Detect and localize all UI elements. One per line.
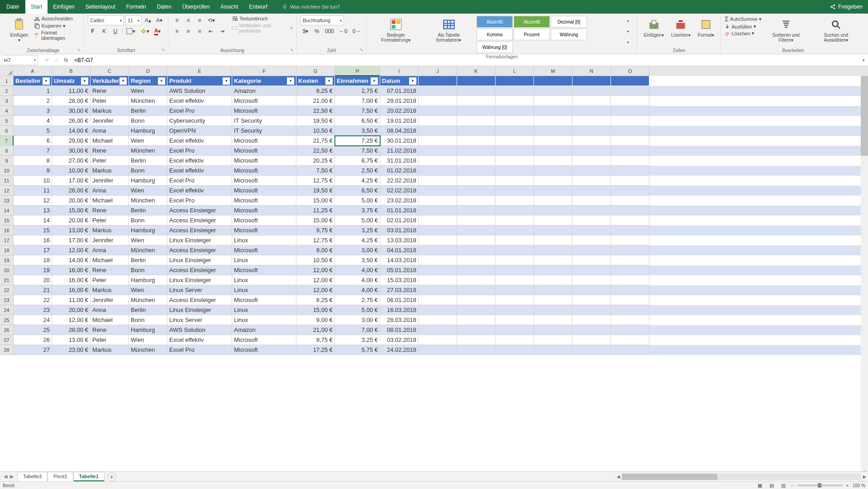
cell-E26[interactable]: AWS Solution: [167, 325, 232, 335]
column-header-N[interactable]: N: [572, 66, 611, 76]
cell-A10[interactable]: 9: [14, 166, 52, 176]
share-button[interactable]: Freigeben: [830, 4, 863, 10]
cell-O8[interactable]: [611, 146, 649, 156]
cell-M13[interactable]: [534, 196, 572, 206]
cell-H28[interactable]: 5,75 €: [335, 345, 380, 355]
cell-C21[interactable]: Peter: [91, 275, 129, 285]
cell-K27[interactable]: [457, 335, 496, 345]
cell-A13[interactable]: 12: [14, 196, 52, 206]
cell-L28[interactable]: [496, 345, 534, 355]
row-header-4[interactable]: 4: [0, 106, 14, 116]
cell-F16[interactable]: Microsoft: [232, 225, 296, 235]
cell-H26[interactable]: 7,00 €: [335, 325, 380, 335]
cell-H11[interactable]: 4,25 €: [335, 176, 380, 186]
bold-button[interactable]: F: [88, 26, 98, 36]
cell-E1[interactable]: Produkt▾: [167, 76, 232, 86]
cell-M5[interactable]: [534, 116, 572, 126]
cell-C10[interactable]: Markus: [91, 166, 129, 176]
cell-G3[interactable]: 21,00 €: [296, 96, 335, 106]
cell-J14[interactable]: [419, 206, 457, 216]
column-header-A[interactable]: A: [14, 66, 52, 76]
cell-K18[interactable]: [457, 245, 496, 255]
cell-D12[interactable]: Wien: [129, 186, 167, 196]
spreadsheet-grid[interactable]: ABCDEFGHIJKLMNO 123456789101112131415161…: [0, 66, 868, 475]
cell-H5[interactable]: 6,50 €: [335, 116, 380, 126]
cell-H21[interactable]: 4,00 €: [335, 275, 380, 285]
cell-N10[interactable]: [572, 166, 611, 176]
horizontal-scrollbar[interactable]: ◀ ▶: [615, 474, 868, 480]
alignment-dialog-launcher[interactable]: ⤡: [290, 48, 296, 53]
cell-C25[interactable]: Michael: [91, 315, 129, 325]
cell-H24[interactable]: 5,00 €: [335, 305, 380, 315]
sheet-tab-pivot1[interactable]: Pivot1: [48, 472, 73, 482]
cell-E14[interactable]: Access Einsteiger: [167, 206, 232, 216]
cell-B10[interactable]: 10,00 €: [52, 166, 91, 176]
cell-F15[interactable]: Microsoft: [232, 216, 296, 225]
row-header-24[interactable]: 24: [0, 305, 14, 315]
cell-L2[interactable]: [496, 86, 534, 96]
cell-J8[interactable]: [419, 146, 457, 156]
row-header-19[interactable]: 19: [0, 255, 14, 265]
cell-M26[interactable]: [534, 325, 572, 335]
cell-L26[interactable]: [496, 325, 534, 335]
column-header-B[interactable]: B: [52, 66, 91, 76]
cell-K23[interactable]: [457, 295, 496, 305]
ribbon-tab-ansicht[interactable]: Ansicht: [215, 0, 243, 14]
filter-button-verkäufer[interactable]: ▾: [119, 77, 127, 85]
cell-M28[interactable]: [534, 345, 572, 355]
cell-M16[interactable]: [534, 225, 572, 235]
cell-D5[interactable]: Bonn: [129, 116, 167, 126]
cell-A18[interactable]: 17: [14, 245, 52, 255]
cell-B3[interactable]: 28,00 €: [52, 96, 91, 106]
cell-K7[interactable]: [457, 136, 496, 146]
cell-C5[interactable]: Jennifer: [91, 116, 129, 126]
cell-C22[interactable]: Markus: [91, 285, 129, 295]
cell-K16[interactable]: [457, 225, 496, 235]
cell-D21[interactable]: Hamburg: [129, 275, 167, 285]
cell-F14[interactable]: Microsoft: [232, 206, 296, 216]
cell-O4[interactable]: [611, 106, 649, 116]
cell-C2[interactable]: Rene: [91, 86, 129, 96]
column-header-K[interactable]: K: [457, 66, 496, 76]
cell-I3[interactable]: 29.01.2018: [380, 96, 419, 106]
row-header-3[interactable]: 3: [0, 96, 14, 106]
row-header-18[interactable]: 18: [0, 245, 14, 255]
row-header-25[interactable]: 25: [0, 315, 14, 325]
cell-N12[interactable]: [572, 186, 611, 196]
cell-K28[interactable]: [457, 345, 496, 355]
accept-formula-button[interactable]: ✓: [52, 56, 61, 65]
cell-F23[interactable]: Microsoft: [232, 295, 296, 305]
cell-E8[interactable]: Excel Pro: [167, 146, 232, 156]
row-header-15[interactable]: 15: [0, 216, 14, 225]
cell-A23[interactable]: 22: [14, 295, 52, 305]
wrap-text-button[interactable]: Textumbruch: [232, 15, 293, 22]
cell-E19[interactable]: Linux Einsteiger: [167, 255, 232, 265]
cell-J20[interactable]: [419, 265, 457, 275]
cell-K25[interactable]: [457, 315, 496, 325]
cell-K13[interactable]: [457, 196, 496, 206]
cell-H12[interactable]: 6,50 €: [335, 186, 380, 196]
cell-M11[interactable]: [534, 176, 572, 186]
orientation-button[interactable]: ⟲▾: [206, 15, 217, 25]
cell-L13[interactable]: [496, 196, 534, 206]
cell-N14[interactable]: [572, 206, 611, 216]
ribbon-tab-daten[interactable]: Daten: [152, 0, 177, 14]
cell-I6[interactable]: 08.04.2018: [380, 126, 419, 136]
cell-F21[interactable]: Linux: [232, 275, 296, 285]
cell-A8[interactable]: 7: [14, 146, 52, 156]
filter-button-bestellnr[interactable]: ▾: [43, 77, 50, 85]
cell-I20[interactable]: 05.01.2018: [380, 265, 419, 275]
cell-E20[interactable]: Access Einsteiger: [167, 265, 232, 275]
font-size-select[interactable]: 11▾: [125, 15, 142, 25]
cell-F13[interactable]: Microsoft: [232, 196, 296, 206]
cell-E18[interactable]: Access Einsteiger: [167, 245, 232, 255]
cell-J1[interactable]: [419, 76, 457, 86]
cell-J22[interactable]: [419, 285, 457, 295]
cell-B24[interactable]: 20,00 €: [52, 305, 91, 315]
cell-O24[interactable]: [611, 305, 649, 315]
cell-J18[interactable]: [419, 245, 457, 255]
select-all-corner[interactable]: [0, 66, 14, 76]
sheet-tab-tabelle1[interactable]: Tabelle1: [73, 472, 105, 482]
cell-H4[interactable]: 7,50 €: [335, 106, 380, 116]
cell-L24[interactable]: [496, 305, 534, 315]
